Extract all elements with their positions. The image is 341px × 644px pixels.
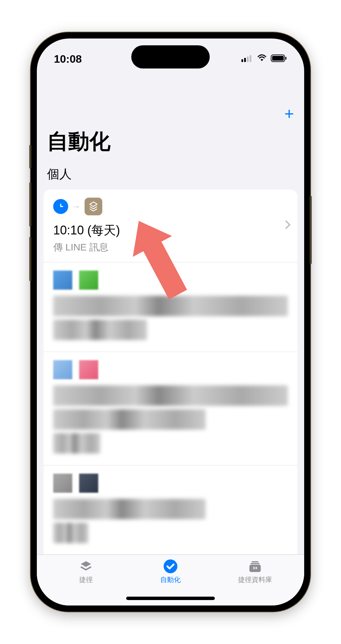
content: → 10:10 (每天) 傳 LINE 訊息: [37, 189, 304, 554]
nav-bar: +: [37, 100, 304, 127]
svg-rect-9: [252, 561, 258, 562]
screen: 10:08 + 自動化 個人: [37, 39, 304, 605]
volume-up-button: [29, 182, 31, 227]
section-label: 個人: [47, 166, 294, 183]
svg-rect-11: [249, 565, 261, 572]
svg-rect-3: [250, 55, 251, 62]
svg-rect-0: [241, 59, 243, 62]
cellular-signal-icon: [241, 55, 253, 63]
page-title: 自動化: [47, 127, 294, 156]
automation-title: 10:10 (每天): [53, 222, 288, 239]
svg-rect-10: [251, 563, 260, 564]
header: 自動化 個人: [37, 127, 304, 183]
svg-point-8: [164, 559, 177, 573]
status-icons: [241, 54, 287, 64]
svg-rect-5: [272, 56, 284, 61]
automation-subtitle: 傳 LINE 訊息: [53, 241, 288, 254]
svg-rect-6: [285, 57, 286, 60]
clock-icon: [53, 199, 68, 214]
battery-icon: [271, 54, 287, 64]
gallery-tab-icon: [246, 559, 264, 574]
wifi-icon: [256, 54, 267, 64]
arrow-icon: →: [72, 202, 80, 211]
tab-shortcuts[interactable]: 捷徑: [44, 559, 128, 584]
automation-item[interactable]: → 10:10 (每天) 傳 LINE 訊息: [44, 189, 297, 262]
automation-item-blurred[interactable]: [44, 352, 297, 465]
svg-rect-1: [244, 58, 246, 62]
add-button[interactable]: +: [284, 104, 294, 123]
svg-rect-2: [247, 57, 249, 62]
tab-gallery[interactable]: 捷徑資料庫: [213, 559, 297, 584]
automation-list: → 10:10 (每天) 傳 LINE 訊息: [44, 189, 297, 554]
tab-automation[interactable]: 自動化: [128, 559, 213, 584]
tab-label: 自動化: [160, 575, 181, 584]
dynamic-island: [131, 45, 210, 68]
shortcuts-tab-icon: [77, 559, 95, 574]
home-indicator[interactable]: [126, 597, 215, 600]
shortcut-app-icon: [85, 198, 102, 215]
tab-label: 捷徑: [79, 575, 93, 584]
automation-tab-icon: [162, 559, 179, 574]
phone-frame: 10:08 + 自動化 個人: [31, 32, 310, 612]
chevron-right-icon: [285, 219, 291, 232]
power-button: [310, 196, 312, 264]
automation-item-blurred[interactable]: [44, 465, 297, 554]
volume-down-button: [29, 237, 31, 281]
scroll-content[interactable]: + 自動化 個人 →: [37, 100, 304, 554]
silent-switch: [29, 145, 31, 169]
automation-item-blurred[interactable]: [44, 262, 297, 352]
status-time: 10:08: [54, 53, 82, 65]
tab-label: 捷徑資料庫: [238, 575, 272, 584]
item-icons: →: [53, 198, 288, 215]
